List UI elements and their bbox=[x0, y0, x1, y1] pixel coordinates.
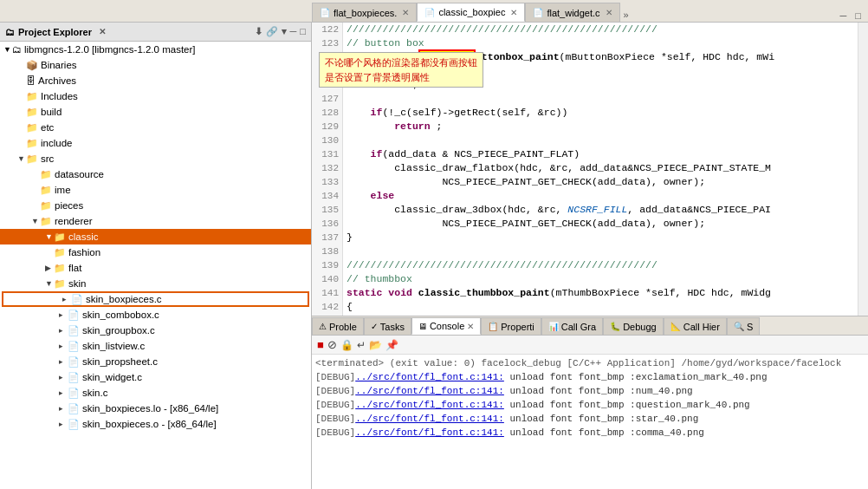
close-icon[interactable]: ✕ bbox=[510, 8, 517, 17]
project-root-label: libmgncs-1.2.0 [libmgncs-1.2.0 master] bbox=[24, 44, 196, 55]
tree-label-skin-propsheet: skin_propsheet.c bbox=[82, 356, 158, 367]
line-numbers: 122123124125126 127128129130131 13213313… bbox=[312, 23, 343, 316]
tree-label-include: include bbox=[41, 138, 72, 148]
maximize-icon[interactable]: □ bbox=[852, 10, 865, 22]
tree-label-ime: ime bbox=[55, 185, 71, 195]
close-icon[interactable]: ✕ bbox=[99, 27, 106, 36]
tree-item-etc[interactable]: 📁 etc bbox=[0, 120, 311, 135]
console-terminated-line: <terminated> (exit value: 0) facelock_de… bbox=[315, 356, 865, 370]
tab-classic-boxpiec[interactable]: 📄 classic_boxpiec ✕ bbox=[417, 3, 525, 22]
minimize-panel-icon[interactable]: ─ bbox=[290, 26, 297, 37]
more-tabs-icon[interactable]: » bbox=[620, 8, 632, 22]
project-explorer: 🗂 Project Explorer ✕ ⬇ 🔗 ▾ ─ □ ▼ 🗂 libmg… bbox=[0, 23, 312, 489]
tree-item-skin-boxpieces-c[interactable]: ▸ 📄 skin_boxpieces.c bbox=[2, 291, 309, 307]
tree-label-skin-c: skin.c bbox=[82, 388, 107, 398]
tree-item-archives[interactable]: 🗄 Archives bbox=[0, 73, 311, 88]
tree-label-flat: flat bbox=[68, 263, 81, 273]
tab-tasks-label: Tasks bbox=[380, 322, 405, 332]
word-wrap-icon[interactable]: ↵ bbox=[357, 339, 366, 351]
project-root[interactable]: ▼ 🗂 libmgncs-1.2.0 [libmgncs-1.2.0 maste… bbox=[0, 42, 311, 57]
tree-item-includes[interactable]: 📁 Includes bbox=[0, 88, 311, 104]
tab-label: flat_boxpieces. bbox=[334, 8, 397, 18]
tab-problems[interactable]: ⚠ Proble bbox=[312, 317, 364, 335]
tab-console[interactable]: 🖥 Console ✕ bbox=[411, 317, 481, 335]
callhier-icon: 📐 bbox=[670, 322, 681, 331]
console-toolbar: ■ ⊘ 🔒 ↵ 📂 📌 bbox=[312, 336, 868, 355]
console-tab-bar: ⚠ Proble ✓ Tasks 🖥 Console ✕ 📋 Prope bbox=[312, 316, 868, 336]
tree-area: 📦 Binaries 🗄 Archives 📁 Includes bbox=[0, 57, 311, 489]
console-icon: 🖥 bbox=[418, 322, 427, 331]
tree-label-renderer: renderer bbox=[55, 216, 92, 226]
open-console-icon[interactable]: 📂 bbox=[369, 339, 382, 351]
tree-item-classic[interactable]: ▼ 📁 classic bbox=[0, 229, 311, 244]
tasks-icon: ✓ bbox=[371, 322, 378, 331]
tree-label-pieces: pieces bbox=[55, 200, 83, 211]
tab-search-label: S bbox=[747, 322, 753, 332]
tab-callgraph[interactable]: 📊 Call Gra bbox=[541, 317, 603, 335]
tree-label-skin-widget: skin_widget.c bbox=[82, 372, 142, 382]
tree-item-skin[interactable]: ▼ 📁 skin bbox=[0, 276, 311, 291]
tab-tasks[interactable]: ✓ Tasks bbox=[364, 317, 411, 335]
tree-item-skin-propsheet-c[interactable]: ▸ 📄 skin_propsheet.c bbox=[0, 354, 311, 369]
tree-label-skin-boxpieces-lo: skin_boxpieces.lo - [x86_64/le] bbox=[82, 403, 218, 414]
tree-item-flat[interactable]: ▶ 📁 flat bbox=[0, 260, 311, 276]
tree-item-skin-listview-c[interactable]: ▸ 📄 skin_listview.c bbox=[0, 338, 311, 354]
tree-label-etc: etc bbox=[41, 122, 54, 133]
close-icon[interactable]: ✕ bbox=[606, 8, 612, 17]
tab-flat-boxpieces[interactable]: 📄 flat_boxpieces. ✕ bbox=[312, 3, 417, 22]
tab-flat-widget[interactable]: 📄 flat_widget.c ✕ bbox=[525, 3, 619, 22]
tab-properties[interactable]: 📋 Properti bbox=[481, 317, 541, 335]
tree-item-skin-widget-c[interactable]: ▸ 📄 skin_widget.c bbox=[0, 369, 311, 385]
link-icon[interactable]: 🔗 bbox=[266, 26, 278, 37]
tab-callhier[interactable]: 📐 Call Hier bbox=[664, 317, 727, 335]
maximize-panel-icon[interactable]: □ bbox=[300, 26, 306, 37]
tab-search[interactable]: 🔍 S bbox=[727, 317, 760, 335]
tree-item-renderer[interactable]: ▼ 📁 renderer bbox=[0, 213, 311, 229]
tree-item-skin-boxpieces-o[interactable]: ▸ 📄 skin_boxpieces.o - [x86_64/le] bbox=[0, 416, 311, 432]
tree-item-fashion[interactable]: 📁 fashion bbox=[0, 244, 311, 260]
scrollbar-right[interactable] bbox=[858, 23, 868, 316]
tab-problems-label: Proble bbox=[329, 322, 357, 332]
tree-label-skin-groupbox: skin_groupbox.c bbox=[82, 325, 155, 336]
tree-item-skin-combobox-c[interactable]: ▸ 📄 skin_combobox.c bbox=[0, 307, 311, 323]
tab-console-label: Console bbox=[430, 321, 464, 331]
tab-debug[interactable]: 🐛 Debugg bbox=[603, 317, 664, 335]
clear-console-icon[interactable]: ⊘ bbox=[327, 338, 337, 351]
tree-item-binaries[interactable]: 📦 Binaries bbox=[0, 57, 311, 73]
tree-label-build: build bbox=[41, 107, 62, 117]
close-icon[interactable]: ✕ bbox=[402, 8, 409, 17]
tree-label-includes: Includes bbox=[41, 91, 78, 101]
tab-callhier-label: Call Hier bbox=[683, 322, 720, 332]
scroll-lock-icon[interactable]: 🔒 bbox=[340, 339, 353, 351]
file-icon: 📄 bbox=[533, 8, 543, 17]
collapse-icon[interactable]: ⬇ bbox=[255, 26, 262, 37]
problems-icon: ⚠ bbox=[319, 322, 327, 331]
tree-item-skin-c[interactable]: ▸ 📄 skin.c bbox=[0, 385, 311, 401]
panel-title: Project Explorer bbox=[18, 27, 92, 37]
minimize-icon[interactable]: ─ bbox=[837, 10, 851, 22]
console-output: <terminated> (exit value: 0) facelock_de… bbox=[312, 355, 868, 489]
tree-label-fashion: fashion bbox=[68, 247, 100, 258]
tree-label-skin: skin bbox=[68, 278, 86, 289]
menu-icon[interactable]: ▾ bbox=[282, 26, 287, 37]
tree-label-archives: Archives bbox=[38, 75, 76, 86]
pin-icon[interactable]: 📌 bbox=[385, 339, 398, 351]
tree-item-datasource[interactable]: 📁 datasource bbox=[0, 166, 311, 182]
tree-item-ime[interactable]: 📁 ime bbox=[0, 182, 311, 198]
debug-icon: 🐛 bbox=[610, 322, 620, 331]
code-view[interactable]: 122123124125126 127128129130131 13213313… bbox=[312, 23, 868, 316]
tree-item-pieces[interactable]: 📁 pieces bbox=[0, 198, 311, 213]
tab-properties-label: Properti bbox=[501, 322, 534, 332]
console-line-3: [DEBUG]../src/font/fl_font.c:141: unload… bbox=[315, 398, 865, 412]
file-icon: 📄 bbox=[320, 8, 330, 17]
tree-label-skin-combobox: skin_combobox.c bbox=[82, 310, 159, 320]
tree-item-src[interactable]: ▼ 📁 src bbox=[0, 151, 311, 166]
tree-item-skin-groupbox-c[interactable]: ▸ 📄 skin_groupbox.c bbox=[0, 323, 311, 338]
tree-item-build[interactable]: 📁 build bbox=[0, 104, 311, 120]
tree-item-skin-boxpieces-lo[interactable]: ▸ 📄 skin_boxpieces.lo - [x86_64/le] bbox=[0, 401, 311, 416]
tree-label-src: src bbox=[41, 153, 54, 164]
console-close-icon[interactable]: ✕ bbox=[467, 322, 474, 331]
tree-item-include[interactable]: 📁 include bbox=[0, 135, 311, 151]
tab-label: flat_widget.c bbox=[547, 8, 599, 18]
terminate-icon[interactable]: ■ bbox=[317, 338, 324, 351]
